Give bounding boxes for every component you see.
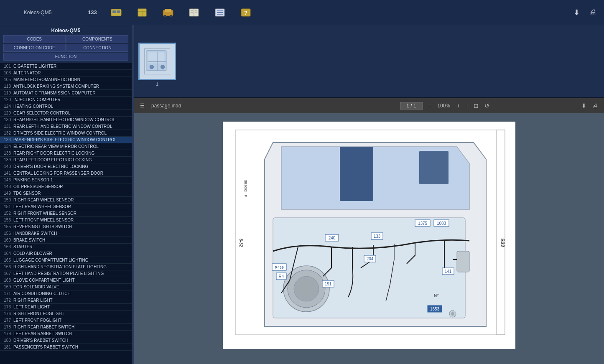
component-name: PINKING SENSOR 1 xyxy=(13,178,53,182)
component-number: 163 xyxy=(2,244,13,249)
list-item[interactable]: 139REAR LEFT DOOR ELECTRIC LOCKING xyxy=(0,157,132,163)
left-panel-title: Koleos-QM5 xyxy=(2,27,130,34)
list-item[interactable]: 146PINKING SENSOR 1 xyxy=(0,177,132,183)
book-nav-icon[interactable] xyxy=(187,6,201,19)
right-panel: 1 ☰ passage.indd − 100% + | ⊡ ↺ ⬇ 🖨 xyxy=(134,25,604,364)
list-item[interactable]: 124HEATING CONTROL xyxy=(0,103,132,110)
zoom-out-btn[interactable]: − xyxy=(426,102,433,110)
help-nav-icon[interactable]: ? xyxy=(239,6,252,19)
list-item[interactable]: 155REVERSING LIGHTS SWITCH xyxy=(0,224,132,230)
list-item[interactable]: 149TDC SENSOR xyxy=(0,190,132,197)
list-item[interactable]: 152RIGHT FRONT WHEEL SENSOR xyxy=(0,210,132,217)
list-item[interactable]: 156HANDBRAKE SWITCH xyxy=(0,230,132,237)
zoom-in-btn[interactable]: + xyxy=(455,102,462,110)
svg-point-9 xyxy=(170,15,172,17)
list-item[interactable]: 168GLOVE COMPARTMENT LIGHT xyxy=(0,277,132,284)
component-name: LUGGAGE COMPARTMENT LIGHTING xyxy=(13,258,88,262)
list-item[interactable]: 103ALTERNATOR xyxy=(0,70,132,76)
component-number: 118 xyxy=(2,84,13,89)
svg-text:SE2002 - P: SE2002 - P xyxy=(244,180,247,197)
svg-rect-40 xyxy=(419,151,449,184)
list-item[interactable]: 130REAR RIGHT-HAND ELECTRIC WINDOW CONTR… xyxy=(0,117,132,123)
component-number: 133 xyxy=(2,137,13,142)
list-item[interactable]: 163STARTER xyxy=(0,244,132,250)
pdf-viewer: ☰ passage.indd − 100% + | ⊡ ↺ ⬇ 🖨 xyxy=(134,98,604,364)
list-item[interactable]: 141CENTRAL LOCKING FOR PASSENGER DOOR xyxy=(0,170,132,177)
list-item[interactable]: 138REAR RIGHT DOOR ELECTRIC LOCKING xyxy=(0,150,132,157)
menu-icon[interactable]: ☰ xyxy=(138,102,146,109)
component-name: LEFT FRONT WHEEL SENSOR xyxy=(13,218,74,222)
svg-text:191: 191 xyxy=(325,282,332,286)
component-number: 155 xyxy=(2,224,13,229)
connection-code-btn[interactable]: CONNECTION CODE xyxy=(3,44,66,52)
list-nav-icon[interactable] xyxy=(213,6,227,19)
list-item[interactable]: 176RIGHT FRONT FOGLIGHT xyxy=(0,311,132,317)
list-item[interactable]: 131REAR LEFT-HAND ELECTRIC WINDOW CONTRO… xyxy=(0,123,132,130)
list-item[interactable]: 169EGR SOLENOID VALVE xyxy=(0,284,132,290)
pdf-download-btn[interactable]: ⬇ xyxy=(580,102,588,110)
list-item[interactable]: 165LUGGAGE COMPARTMENT LIGHTING xyxy=(0,257,132,264)
left-nav-grid: CODES COMPONENTS CONNECTION CODE CONNECT… xyxy=(2,34,130,61)
title-text: Koleos-QM5 xyxy=(24,10,52,15)
svg-text:S32: S32 xyxy=(500,238,505,247)
download-icon[interactable]: ⬇ xyxy=(570,6,583,19)
component-number: 132 xyxy=(2,131,13,135)
thumbnail-item[interactable]: 1 xyxy=(138,43,176,80)
list-item[interactable]: 101CIGARETTE LIGHTER xyxy=(0,63,132,70)
svg-rect-39 xyxy=(340,147,373,201)
component-name: MAIN ELECTROMAGNETIC HORN xyxy=(13,77,80,82)
svg-text:R4: R4 xyxy=(279,274,284,279)
component-name: ELECTRIC REAR-VIEW MIRROR CONTROL xyxy=(13,144,99,149)
component-number: 179 xyxy=(2,331,13,336)
list-item[interactable]: 160BRAKE SWITCH xyxy=(0,237,132,244)
list-item[interactable]: 153LEFT FRONT WHEEL SENSOR xyxy=(0,217,132,224)
component-name: EGR SOLENOID VALVE xyxy=(13,285,59,289)
function-btn[interactable]: FUNCTION xyxy=(3,53,128,61)
connection-btn[interactable]: CONNECTION xyxy=(66,44,129,52)
component-number: 140 xyxy=(2,164,13,169)
image-nav-icon[interactable] xyxy=(110,6,123,19)
list-item[interactable]: 132DRIVER'S SIDE ELECTRIC WINDOW CONTROL xyxy=(0,130,132,137)
list-item[interactable]: 167LEFT-HAND REGISTRATION PLATE LIGHTING xyxy=(0,270,132,277)
list-item[interactable]: 120INJECTION COMPUTER xyxy=(0,97,132,103)
list-item[interactable]: 171AIR CONDITIONING CLUTCH xyxy=(0,290,132,297)
component-number: 167 xyxy=(2,271,13,276)
svg-text:8-32: 8-32 xyxy=(239,239,243,247)
list-item[interactable]: 178RIGHT REAR RABBET SWITCH xyxy=(0,324,132,331)
codes-btn[interactable]: CODES xyxy=(3,35,66,43)
list-item[interactable]: 179LEFT REAR RABBET SWITCH xyxy=(0,331,132,337)
list-item[interactable]: 118ANTI-LOCK BRAKING SYSTEM COMPUTER xyxy=(0,83,132,90)
list-item[interactable]: 172RIGHT REAR LIGHT xyxy=(0,297,132,304)
svg-text:141: 141 xyxy=(445,269,452,274)
pdf-print-btn[interactable]: 🖨 xyxy=(591,102,600,110)
svg-text:133: 133 xyxy=(374,234,381,239)
list-item[interactable]: 181PASSENGER'S RABBET SWITCH xyxy=(0,344,132,351)
list-item[interactable]: 151LEFT REAR WHEEL SENSOR xyxy=(0,204,132,210)
list-item[interactable]: 164COLD AIR BLOWER xyxy=(0,250,132,257)
list-item[interactable]: 105MAIN ELECTROMAGNETIC HORN xyxy=(0,76,132,83)
list-item[interactable]: 180DRIVER'S RABBET SWITCH xyxy=(0,337,132,344)
list-item[interactable]: 177LEFT FRONT FOGLIGHT xyxy=(0,317,132,324)
print-icon[interactable]: 🖨 xyxy=(586,6,600,19)
component-name: PASSENGER'S RABBET SWITCH xyxy=(13,345,78,349)
list-item[interactable]: 173LEFT REAR LIGHT xyxy=(0,304,132,311)
list-item[interactable]: 119AUTOMATIC TRANSMISSION COMPUTER xyxy=(0,90,132,97)
car-nav-icon[interactable] xyxy=(161,6,175,19)
svg-text:R459: R459 xyxy=(275,265,284,270)
list-item[interactable]: 150RIGHT REAR WHEEL SENSOR xyxy=(0,197,132,204)
list-item[interactable]: 134ELECTRIC REAR-VIEW MIRROR CONTROL xyxy=(0,143,132,150)
components-btn[interactable]: COMPONENTS xyxy=(66,35,129,43)
component-number: 138 xyxy=(2,151,13,155)
list-item[interactable]: 140DRIVER'S DOOR ELECTRIC LOCKING xyxy=(0,163,132,170)
rotate-btn[interactable]: ↺ xyxy=(483,102,491,110)
list-item[interactable]: 129GEAR SELECTOR CONTROL xyxy=(0,110,132,117)
pdf-page-input[interactable] xyxy=(400,102,423,109)
box-nav-icon[interactable] xyxy=(135,6,149,19)
list-item[interactable]: 133PASSENGER'S SIDE ELECTRIC WINDOW CONT… xyxy=(0,137,132,143)
list-item[interactable]: 166RIGHT-HAND REGISTRATION PLATE LIGHTIN… xyxy=(0,264,132,270)
diagram-container: S32 8-32 SE2002 - P xyxy=(223,122,515,349)
component-name: REAR LEFT-HAND ELECTRIC WINDOW CONTROL xyxy=(13,124,112,129)
fit-page-btn[interactable]: ⊡ xyxy=(472,102,480,110)
component-number: 141 xyxy=(2,171,13,176)
list-item[interactable]: 148OIL PRESSURE SENSOR xyxy=(0,183,132,190)
